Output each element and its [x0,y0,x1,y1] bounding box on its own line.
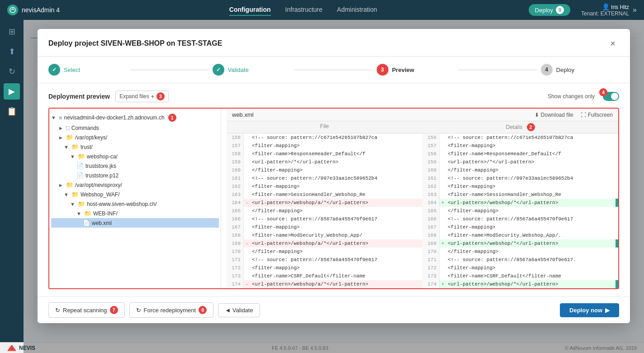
nav-tabs: Configuration Infrastructure Administrat… [78,4,529,16]
col-details: Details 2 [422,123,618,131]
brand: nevisAdmin 4 [7,5,60,15]
preview-header: Deployment preview Expand files + 3 Show… [48,91,619,102]
toggle-badge: 4 [599,88,607,96]
tree-truststore-p12[interactable]: 📄 truststore.p12 [51,171,219,180]
tree-web-inf[interactable]: ▼ 📁 WEB-INF/ [51,209,219,218]
diff-actions: ⬇ Download file ⛶ Fullscreen [535,112,613,118]
deploy-now-icon: ▶ [605,307,610,314]
tree-trust[interactable]: ▼ 📁 trust/ [51,142,219,152]
fullscreen-button[interactable]: ⛶ Fullscreen [581,112,613,118]
sidebar-icon-clipboard[interactable]: 📋 [4,103,20,119]
tree-webshop-ca-label: webshop-ca/ [87,153,118,160]
modal-body: Deployment preview Expand files + 3 Show… [38,83,630,296]
diff-header: web.xml ⬇ Download file ⛶ Fullscreen [227,109,618,121]
diff-badge: 2 [527,123,535,131]
user-tenant: Tenant: EXTERNAL [581,10,629,17]
tree-truststore-p12-label: truststore.p12 [85,172,118,179]
navbar: nevisAdmin 4 Configuration Infrastructur… [0,0,644,20]
sidebar: ⊞ ⬆ ↻ ▶ 📋 [0,20,24,353]
force-redeployment-button[interactable]: ↻ Force redeployment 8 [129,302,214,318]
tab-infrastructure[interactable]: Infrastructure [285,4,322,16]
step-connector-2 [294,70,373,70]
repeat-badge: 7 [110,306,118,314]
expand-nav-icon[interactable]: » [633,6,637,14]
show-changes-label: Show changes only [548,93,595,100]
step-connector-3 [459,70,537,70]
col-file: File [227,123,422,131]
diff-filename: web.xml [232,111,254,118]
step-deploy-label: Deploy [556,67,574,73]
sidebar-icon-upload[interactable]: ⬆ [4,43,20,60]
tree-var-opt-proxy-label: /var/opt/nevisproxy/ [75,182,122,188]
sidebar-icon-refresh[interactable]: ↻ [4,63,20,80]
force-redeployment-label: Force redeployment [144,307,196,314]
stepper: ✓ Select ✓ Validate 3 Preview [38,57,630,83]
tree-host-www-label: host-www.siven-webshop.ch/ [87,201,157,207]
modal-overlay: Deploy project SIVEN-WEB-SHOP on TEST-ST… [24,20,644,353]
tree-root-label: nevisadmin4-dev-docker1.zh.adnovum.ch [64,114,164,121]
expand-files-label: Expand files [119,93,149,100]
deploy-now-button[interactable]: Deploy now ▶ [560,303,619,317]
step-deploy: 4 Deploy [541,64,619,76]
close-button[interactable]: × [606,37,619,50]
step-connector-1 [130,70,208,70]
step-preview-icon: 3 [377,64,388,76]
validate-back-label: ◄ Validate [225,307,253,314]
expand-badge: 3 [156,92,165,100]
repeat-icon: ↻ [55,307,60,314]
tree-var-opt-proxy[interactable]: ► 📁 /var/opt/nevisproxy/ [51,180,219,190]
modal-title: Deploy project SIVEN-WEB-SHOP on TEST-ST… [48,39,222,48]
deploy-label: Deploy [535,7,553,14]
tree-truststore-jks[interactable]: 📄 truststore.jks [51,161,219,171]
tree-var-opt-keys[interactable]: ► 📁 /var/opt/keys/ [51,133,219,142]
tree-truststore-jks-label: truststore.jks [85,163,116,169]
svg-point-0 [10,7,15,13]
force-icon: ↻ [136,307,141,314]
sidebar-icon-grid[interactable]: ⊞ [4,24,20,40]
diff-content[interactable]: 156 <!-- source: pattern://c671e54265107… [227,134,618,288]
tab-configuration[interactable]: Configuration [229,4,271,16]
tree-commands-label: Commands [71,125,99,131]
sidebar-icon-play[interactable]: ▶ [4,83,20,100]
user-name: Iris Hitz [611,4,629,10]
tab-administration[interactable]: Administration [337,4,377,16]
deploy-badge: 0 [556,6,564,14]
tree-root[interactable]: ▼ ≡ nevisadmin4-dev-docker1.zh.adnovum.c… [51,112,219,123]
tree-commands[interactable]: ► □ Commands [51,123,219,133]
brand-name: nevisAdmin 4 [22,6,60,14]
step-validate-label: Validate [228,67,249,73]
download-file-button[interactable]: ⬇ Download file [535,112,573,118]
download-icon: ⬇ [535,112,539,118]
show-changes-toggle[interactable]: 4 [603,92,619,101]
tree-web-xml-label: web.xml [92,220,112,226]
step-preview: 3 Preview [377,64,455,76]
content-area: Confi... Deploy project SIVEN-WEB-SHOP o… [24,20,644,353]
diff-pane: web.xml ⬇ Download file ⛶ Fullscreen [227,109,618,288]
expand-icon: + [151,93,155,100]
step-validate: ✓ Validate [213,64,291,76]
main-layout: ⊞ ⬆ ↻ ▶ 📋 Confi... Deploy project SIVEN-… [0,20,644,353]
modal-header: Deploy project SIVEN-WEB-SHOP on TEST-ST… [38,29,630,57]
step-deploy-icon: 4 [541,64,553,76]
step-select-icon: ✓ [48,64,60,76]
deploy-button[interactable]: Deploy 0 [529,4,570,16]
tree-host-www[interactable]: ▼ 📁 host-www.siven-webshop.ch/ [51,199,219,209]
download-label: Download file [541,112,573,118]
tree-web-inf-label: WEB-INF/ [93,210,118,217]
user-info: 👤 Iris Hitz Tenant: EXTERNAL [581,3,629,17]
tree-webshop-ca[interactable]: ▼ 📁 webshop-ca/ [51,152,219,161]
nevis-logo [7,345,16,351]
diff-col-headers: File Details 2 [227,121,618,134]
tree-web-xml[interactable]: 📄 web.xml [51,218,219,228]
split-panes: ▼ ≡ nevisadmin4-dev-docker1.zh.adnovum.c… [48,108,619,289]
tree-trust-label: trust/ [80,144,93,150]
expand-files-button[interactable]: Expand files + 3 [115,91,169,102]
deploy-now-label: Deploy now [569,307,602,314]
validate-back-button[interactable]: ◄ Validate [218,303,260,317]
tree-webshop-waf[interactable]: ▼ 📁 Webshop_WAF/ [51,190,219,199]
tree-var-opt-keys-label: /var/opt/keys/ [75,134,107,141]
step-select-label: Select [64,67,80,73]
tree-root-badge: 1 [168,114,176,122]
repeat-scanning-button[interactable]: ↻ Repeat scanning 7 [48,302,125,318]
step-preview-label: Preview [392,67,414,73]
